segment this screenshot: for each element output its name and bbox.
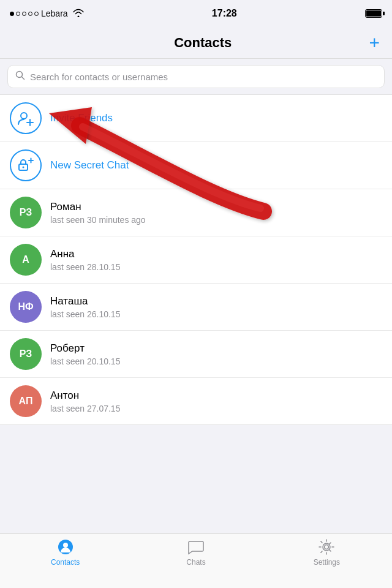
tab-contacts-label: Contacts [51,558,80,567]
tab-contacts[interactable]: Contacts [0,538,130,567]
contact-status: last seen 26.10.15 [50,309,382,319]
avatar: РЗ [10,338,42,370]
contacts-tab-icon [57,538,74,556]
tab-bar: Contacts Chats Settings [0,533,392,588]
signal-dot-4 [28,12,32,16]
contact-status: last seen 20.10.15 [50,356,382,366]
contact-info: Наташа last seen 26.10.15 [50,295,382,319]
svg-line-1 [22,77,24,80]
signal-dots [10,12,39,16]
contact-status: last seen 27.07.15 [50,404,382,413]
carrier-name: Lebara [41,9,68,18]
secret-chat-label: New Secret Chat [50,159,382,172]
list-item[interactable]: РЗ Роман last seen 30 minutes ago [0,189,392,236]
secret-chat-info: New Secret Chat [50,159,382,172]
invite-friends-label: Invite Friends [50,112,382,124]
search-container: Search for contacts or usernames [0,59,392,94]
contact-name: Наташа [50,295,382,307]
search-placeholder: Search for contacts or usernames [30,72,168,82]
tab-settings-label: Settings [314,558,340,567]
invite-friends-icon [10,102,42,134]
tab-chats-label: Chats [186,558,205,567]
contact-name: Антон [50,390,382,402]
page-title: Contacts [37,35,369,51]
contact-name: Роман [50,201,382,213]
list-item[interactable]: РЗ Роберт last seen 20.10.15 [0,331,392,378]
search-icon [15,70,25,83]
contact-status: last seen 30 minutes ago [50,215,382,225]
svg-point-6 [23,167,24,168]
avatar: РЗ [10,197,42,228]
svg-point-2 [21,113,27,119]
avatar: АП [10,385,42,417]
contact-info: Роман last seen 30 minutes ago [50,201,382,225]
invite-friends-item[interactable]: Invite Friends [0,95,392,142]
signal-dot-1 [10,12,14,16]
signal-dot-5 [34,12,39,16]
avatar: НФ [10,291,42,323]
svg-point-9 [63,543,68,548]
status-left: Lebara [10,9,84,19]
invite-friends-info: Invite Friends [50,112,382,124]
settings-tab-icon [318,538,335,556]
contact-info: Антон last seen 27.07.15 [50,390,382,413]
contact-info: Анна last seen 28.10.15 [50,248,382,272]
contact-name: Анна [50,248,382,260]
contact-info: Роберт last seen 20.10.15 [50,342,382,366]
contacts-list: Invite Friends New Secret Chat РЗ Роман … [0,94,392,425]
add-contact-button[interactable]: + [369,34,380,52]
status-right [365,9,382,18]
contact-name: Роберт [50,342,382,355]
svg-point-10 [325,545,329,549]
battery-icon [365,9,382,18]
nav-bar: Contacts + [0,27,392,59]
status-bar: Lebara 17:28 [0,0,392,27]
signal-dot-2 [16,12,20,16]
contact-status: last seen 28.10.15 [50,262,382,272]
secret-chat-icon [10,149,42,181]
new-secret-chat-item[interactable]: New Secret Chat [0,142,392,189]
avatar: А [10,244,42,276]
wifi-icon [73,9,84,19]
list-item[interactable]: АП Антон last seen 27.07.15 [0,378,392,424]
list-item[interactable]: А Анна last seen 28.10.15 [0,236,392,284]
chats-tab-icon [187,538,205,556]
list-item[interactable]: НФ Наташа last seen 26.10.15 [0,284,392,331]
search-bar[interactable]: Search for contacts or usernames [7,65,385,88]
signal-dot-3 [22,12,26,16]
tab-settings[interactable]: Settings [262,538,392,567]
tab-chats[interactable]: Chats [130,538,261,567]
status-time: 17:28 [212,8,237,19]
battery-fill [366,10,381,17]
